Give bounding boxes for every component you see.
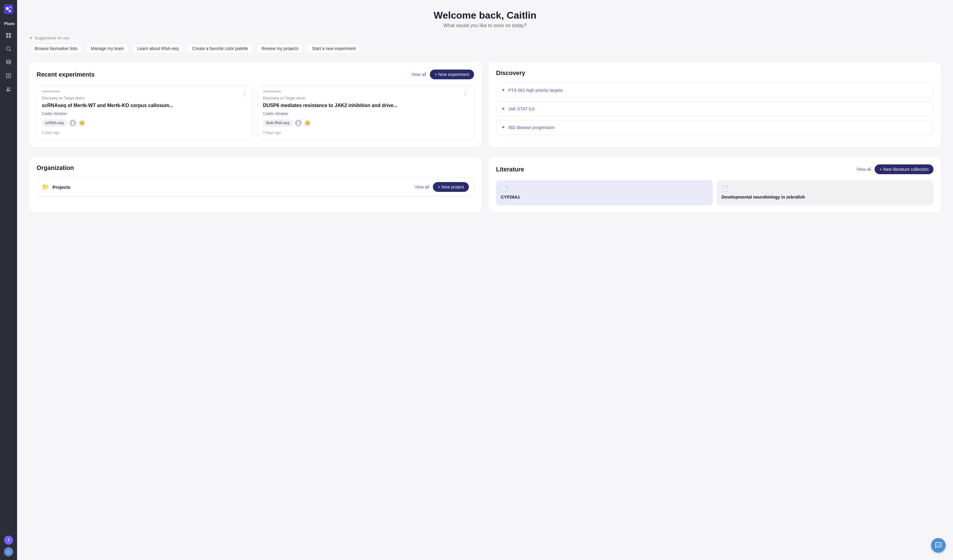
- suggestion-chip-5[interactable]: Start a new experiment: [307, 43, 361, 54]
- lit-view-all[interactable]: View all: [856, 167, 871, 172]
- card-menu-button-0[interactable]: ⋮: [240, 89, 249, 97]
- discovery-items-list: ✦ PTX-001 high priority targets ✦ JAK ST…: [496, 83, 933, 135]
- card-time-0: 2 days ago: [42, 130, 248, 135]
- projects-view-all[interactable]: View all: [414, 185, 429, 189]
- card-user-icon-1: [295, 119, 302, 126]
- card-author-0: Caitlin Winkler: [42, 111, 248, 116]
- suggestion-chip-2[interactable]: Learn about RNA-seq: [132, 43, 184, 54]
- sidebar: Pluto: [0, 0, 17, 560]
- suggestions-section: ✦ Suggestions for you Browse biomarker l…: [29, 36, 941, 54]
- suggestion-chip-3[interactable]: Create a favorite color palette: [187, 43, 253, 54]
- lit-actions: View all + New literature collection: [856, 164, 933, 174]
- welcome-section: Welcome back, Caitlin What would you lik…: [29, 10, 941, 28]
- discovery-label-2: IBD disease progression: [508, 125, 555, 130]
- sidebar-item-search[interactable]: [3, 43, 14, 54]
- lit-title: Literature: [496, 166, 524, 173]
- lit-card-title-0: CYP26A1: [501, 194, 708, 200]
- org-title: Organization: [37, 164, 74, 171]
- recent-experiments-header: Recent experiments View all + New experi…: [37, 70, 474, 79]
- svg-point-21: [939, 545, 940, 545]
- suggestions-chips: Browse biomarker lists Manage my team Le…: [29, 43, 941, 54]
- sidebar-item-team[interactable]: [3, 84, 14, 95]
- user-avatar[interactable]: C: [4, 547, 13, 556]
- recent-experiments-title: Recent experiments: [37, 71, 95, 78]
- welcome-subtitle: What would you like to work on today?: [29, 23, 941, 28]
- experiments-discovery-row: Recent experiments View all + New experi…: [29, 62, 941, 147]
- experiment-card-0[interactable]: ⋮ Discovery on Target demo scRNAseq of M…: [37, 85, 253, 140]
- lit-card-title-1: Developmental neurobiology in zebrafish: [722, 194, 928, 200]
- lit-card-icon-0: 📄: [501, 185, 708, 192]
- help-button[interactable]: ?: [4, 535, 13, 545]
- lit-card-0[interactable]: 📄 CYP26A1: [496, 180, 713, 205]
- org-projects-row[interactable]: 📁 Projects View all + New project: [37, 177, 474, 196]
- suggestion-chip-0[interactable]: Browse biomarker lists: [29, 43, 83, 54]
- card-demo-label-0: Discovery on Target demo: [42, 96, 248, 100]
- svg-point-17: [72, 121, 74, 123]
- lit-card-icon-1: 📄: [722, 185, 928, 192]
- discovery-item-0[interactable]: ✦ PTX-001 high priority targets: [496, 83, 933, 98]
- card-demo-label-1: Discovery on Target demo: [263, 96, 469, 100]
- suggestion-chip-4[interactable]: Review my projects: [256, 43, 304, 54]
- lit-cards-grid: 📄 CYP26A1 📄 Developmental neurobiology i…: [496, 180, 933, 205]
- app-logo[interactable]: [3, 4, 14, 15]
- card-top-bar-1: [263, 91, 281, 92]
- card-tag-1: Bulk RNA-seq: [263, 119, 293, 126]
- recent-experiments-actions: View all + New experiment: [411, 70, 474, 79]
- org-literature-row: Organization 📁 Projects View all + New p…: [29, 157, 941, 213]
- literature-section: Literature View all + New literature col…: [489, 157, 941, 213]
- sidebar-item-reports[interactable]: [3, 70, 14, 81]
- svg-point-2: [9, 6, 11, 8]
- card-footer-0: scRNA-seq 🙂 2 days ago: [42, 119, 248, 135]
- org-row-left: 📁 Projects: [42, 183, 70, 191]
- svg-rect-7: [9, 36, 11, 38]
- card-menu-button-1[interactable]: ⋮: [461, 89, 470, 97]
- svg-point-8: [6, 47, 10, 50]
- chat-button[interactable]: [931, 538, 946, 553]
- sidebar-item-dashboard[interactable]: [3, 30, 14, 41]
- experiment-card-1[interactable]: ⋮ Discovery on Target demo DUSP6 mediate…: [258, 85, 474, 140]
- sidebar-item-database[interactable]: [3, 57, 14, 68]
- org-header: Organization: [37, 164, 474, 171]
- discovery-section: Discovery ✦ PTX-001 high priority target…: [489, 62, 941, 147]
- card-tag-0: scRNA-seq: [42, 119, 67, 126]
- svg-point-1: [6, 7, 9, 10]
- svg-rect-6: [6, 36, 8, 38]
- svg-point-10: [6, 60, 11, 62]
- new-experiment-button[interactable]: + New experiment: [430, 70, 474, 79]
- discovery-label-0: PTX-001 high priority targets: [508, 88, 562, 93]
- suggestions-label: ✦ Suggestions for you: [29, 36, 941, 40]
- svg-point-16: [9, 88, 11, 89]
- new-project-button[interactable]: + New project: [433, 182, 469, 192]
- org-projects-label: Projects: [53, 185, 70, 190]
- svg-rect-5: [9, 33, 11, 35]
- suggestion-chip-1[interactable]: Manage my team: [86, 43, 129, 54]
- experiments-view-all[interactable]: View all: [411, 72, 426, 77]
- folder-icon: 📁: [42, 183, 50, 191]
- discovery-title: Discovery: [496, 70, 525, 76]
- main-content: Welcome back, Caitlin What would you lik…: [17, 0, 953, 560]
- svg-rect-4: [6, 33, 8, 35]
- discovery-label-1: JAK STAT IL6: [508, 107, 534, 111]
- new-literature-button[interactable]: + New literature collection: [875, 164, 933, 174]
- svg-point-3: [9, 10, 11, 12]
- card-top-bar-0: [42, 91, 60, 92]
- card-emoji-1: 🙂: [304, 119, 311, 126]
- svg-point-19: [937, 545, 937, 545]
- card-title-0: scRNAseq of Mertk-WT and Mertk-KO corpus…: [42, 102, 248, 109]
- discovery-item-1[interactable]: ✦ JAK STAT IL6: [496, 101, 933, 116]
- card-emoji-0: 🙂: [79, 119, 85, 126]
- lit-header: Literature View all + New literature col…: [496, 164, 933, 174]
- card-time-1: 2 days ago: [263, 130, 469, 135]
- card-user-icon-0: [70, 119, 76, 126]
- discovery-item-2[interactable]: ✦ IBD disease progression: [496, 120, 933, 135]
- svg-point-15: [7, 87, 9, 89]
- recent-experiments-section: Recent experiments View all + New experi…: [29, 62, 481, 147]
- svg-line-9: [10, 50, 11, 51]
- lit-card-1[interactable]: 📄 Developmental neurobiology in zebrafis…: [717, 180, 933, 205]
- card-footer-1: Bulk RNA-seq 🙂 2 days ago: [263, 119, 469, 135]
- sparkle-icon: ✦: [29, 36, 33, 40]
- card-title-1: DUSP6 mediates resistance to JAK2 inhibi…: [263, 102, 469, 109]
- organization-section: Organization 📁 Projects View all + New p…: [29, 157, 481, 213]
- experiment-cards-grid: ⋮ Discovery on Target demo scRNAseq of M…: [37, 85, 474, 140]
- svg-point-20: [938, 545, 939, 545]
